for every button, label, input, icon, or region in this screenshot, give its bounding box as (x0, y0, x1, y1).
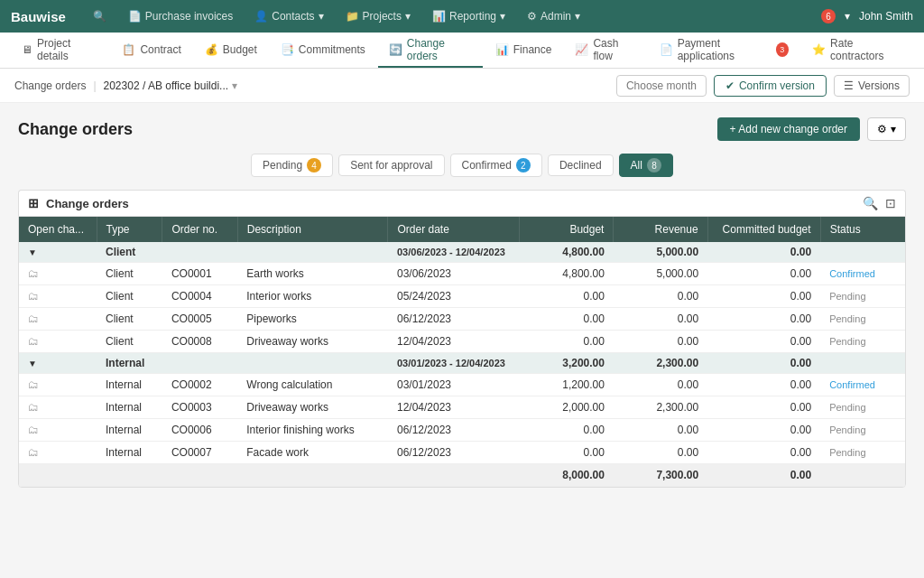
pending-count: 4 (307, 158, 321, 172)
group-expand[interactable]: ▼ (19, 242, 97, 263)
row-open-folder[interactable]: 🗂 (19, 396, 97, 419)
col-order-no: Order no. (162, 217, 237, 242)
row-type: Internal (97, 419, 162, 442)
projects-dropdown-icon: ▾ (405, 10, 411, 23)
group-committed: 0.00 (707, 353, 820, 374)
row-budget: 0.00 (520, 285, 614, 308)
tab-project-details[interactable]: 🖥 Project details (11, 33, 109, 68)
group-status-empty (820, 353, 905, 374)
breadcrumb-left: Change orders | 202302 / AB office build… (14, 79, 237, 92)
nav-contacts[interactable]: 👤 Contacts ▾ (245, 6, 332, 26)
tab-cash-flow[interactable]: 📈 Cash flow (564, 33, 646, 68)
table-search-button[interactable]: 🔍 (863, 196, 878, 210)
filter-declined[interactable]: Declined (548, 154, 614, 176)
row-committed: 0.00 (707, 442, 820, 464)
row-open-folder[interactable]: 🗂 (19, 263, 97, 285)
nav-reporting[interactable]: 📊 Reporting ▾ (423, 6, 514, 26)
versions-button[interactable]: ☰ Versions (834, 75, 910, 97)
folder-icon: 🗂 (28, 335, 39, 348)
row-status: Confirmed (820, 374, 905, 396)
nav-search[interactable]: 🔍 (84, 6, 116, 26)
row-order-no: CO0005 (162, 308, 237, 331)
folder-icon: 🗂 (28, 378, 39, 391)
row-type: Internal (97, 374, 162, 396)
row-open-folder[interactable]: 🗂 (19, 308, 97, 331)
confirm-version-button[interactable]: ✔ Confirm version (714, 75, 827, 97)
nav-projects[interactable]: 📁 Projects ▾ (337, 6, 420, 26)
row-description: Interior finishing works (237, 419, 388, 442)
row-committed: 0.00 (707, 374, 820, 396)
row-open-folder[interactable]: 🗂 (19, 419, 97, 442)
tab-finance[interactable]: 📊 Finance (485, 33, 563, 68)
nav-admin[interactable]: ⚙ Admin ▾ (518, 6, 589, 26)
filter-sent-for-approval[interactable]: Sent for approval (338, 154, 444, 176)
row-date: 06/12/2023 (388, 308, 520, 331)
tab-commitments[interactable]: 📑 Commitments (270, 33, 376, 68)
table-row: 🗂 Internal CO0002 Wrong calculation 03/0… (19, 374, 905, 396)
row-status: Pending (820, 419, 905, 442)
row-budget: 1,200.00 (520, 374, 614, 396)
total-empty-1 (19, 464, 97, 487)
row-status: Confirmed (820, 263, 905, 285)
total-status-empty (820, 464, 905, 487)
row-status: Pending (820, 285, 905, 308)
row-open-folder[interactable]: 🗂 (19, 285, 97, 308)
row-order-no: CO0008 (162, 331, 237, 353)
row-order-no: CO0001 (162, 263, 237, 285)
table-row: 🗂 Internal CO0007 Facade work 06/12/2023… (19, 442, 905, 464)
row-type: Client (97, 308, 162, 331)
change-orders-table: Open cha... Type Order no. Description O… (19, 217, 905, 487)
row-committed: 0.00 (707, 285, 820, 308)
tab-bar: 🖥 Project details 📋 Contract 💰 Budget 📑 … (0, 33, 924, 69)
folder-icon: 🗂 (28, 312, 39, 325)
breadcrumb-dropdown-icon: ▾ (232, 79, 237, 92)
group-revenue: 2,300.00 (614, 353, 707, 374)
row-open-folder[interactable]: 🗂 (19, 442, 97, 464)
row-status: Pending (820, 396, 905, 419)
notification-badge[interactable]: 6 (821, 9, 836, 23)
folder-icon: 🗂 (28, 267, 39, 280)
add-change-order-button[interactable]: + Add new change order (717, 117, 860, 141)
group-revenue: 5,000.00 (614, 242, 707, 263)
col-order-date: Order date (388, 217, 520, 242)
row-description: Interior works (237, 285, 388, 308)
col-revenue: Revenue (614, 217, 707, 242)
settings-dropdown-button[interactable]: ⚙ ▾ (867, 117, 906, 141)
row-date: 03/01/2023 (388, 374, 520, 396)
contacts-dropdown-icon: ▾ (319, 10, 324, 23)
total-revenue: 7,300.00 (614, 464, 707, 487)
row-revenue: 0.00 (614, 308, 707, 331)
page-header: Change orders + Add new change order ⚙ ▾ (18, 117, 906, 141)
table-expand-button[interactable]: ⊡ (885, 196, 896, 210)
breadcrumb-project[interactable]: 202302 / AB office buildi... ▾ (104, 79, 238, 92)
group-name: Internal (97, 353, 388, 374)
collapse-icon: ▼ (28, 247, 37, 257)
nav-purchase-invoices[interactable]: 📄 Purchase invoices (119, 6, 242, 26)
table-row: 🗂 Internal CO0003 Driveaway works 12/04/… (19, 396, 905, 419)
row-open-folder[interactable]: 🗂 (19, 374, 97, 396)
group-expand[interactable]: ▼ (19, 353, 97, 374)
breadcrumb-section: Change orders (14, 79, 86, 92)
contract-icon: 📋 (122, 43, 135, 56)
col-type: Type (97, 217, 162, 242)
filter-all[interactable]: All 8 (619, 154, 673, 177)
reporting-dropdown-icon: ▾ (500, 10, 505, 23)
tab-payment-applications[interactable]: 📄 Payment applications 3 (649, 33, 799, 68)
tab-budget[interactable]: 💰 Budget (194, 33, 268, 68)
rate-contractors-icon: ⭐ (812, 43, 826, 56)
payment-applications-icon: 📄 (660, 43, 673, 56)
table-container-header: ⊞ Change orders 🔍 ⊡ (18, 190, 906, 216)
filter-confirmed[interactable]: Confirmed 2 (450, 154, 542, 177)
row-type: Client (97, 263, 162, 285)
table-row: 🗂 Client CO0001 Earth works 03/06/2023 4… (19, 263, 905, 285)
tab-rate-contractors[interactable]: ⭐ Rate contractors (801, 33, 913, 68)
project-details-icon: 🖥 (22, 43, 32, 56)
row-open-folder[interactable]: 🗂 (19, 331, 97, 353)
choose-month-button[interactable]: Choose month (616, 75, 707, 97)
tab-contract[interactable]: 📋 Contract (111, 33, 191, 68)
row-budget: 0.00 (520, 308, 614, 331)
change-orders-icon: 🔄 (389, 43, 402, 56)
table-header-title: ⊞ Change orders (28, 196, 129, 210)
tab-change-orders[interactable]: 🔄 Change orders (378, 33, 483, 68)
filter-pending[interactable]: Pending 4 (251, 154, 333, 177)
